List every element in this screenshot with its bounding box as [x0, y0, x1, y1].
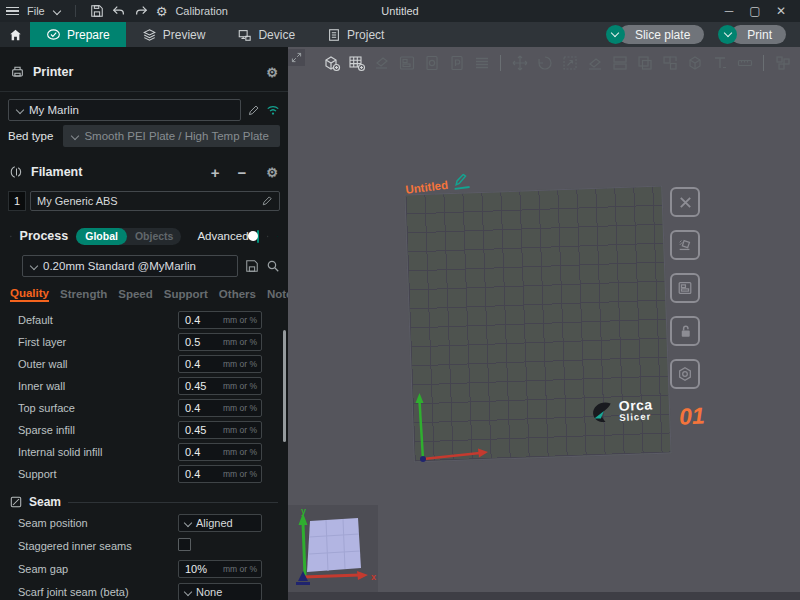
scope-global-button[interactable]: Global [76, 228, 127, 245]
param-list-icon[interactable] [267, 230, 268, 243]
staggered-seams-checkbox[interactable] [178, 538, 191, 551]
sidebar-scrollbar[interactable] [283, 330, 286, 442]
assembly-view-icon[interactable] [771, 51, 794, 74]
filament-icon [10, 165, 23, 179]
slice-plate-button[interactable]: Slice plate [619, 25, 704, 44]
plate-origin-axes [412, 387, 494, 467]
copy-icon[interactable] [420, 51, 443, 74]
printer-icon [10, 65, 25, 79]
tab-prepare[interactable]: Prepare [30, 22, 126, 47]
file-menu[interactable]: File [27, 5, 45, 17]
viewport-bottom-bar [288, 592, 800, 600]
tab-strength[interactable]: Strength [60, 288, 107, 300]
tab-preview[interactable]: Preview [126, 22, 222, 47]
save-icon[interactable] [90, 4, 104, 18]
lock-plate-button[interactable] [670, 316, 700, 346]
add-object-icon[interactable] [320, 51, 343, 74]
minimize-button[interactable]: ─ [716, 0, 742, 22]
home-icon [10, 29, 21, 40]
collapse-panel-button[interactable] [288, 49, 305, 66]
auto-orient-plate-button[interactable] [670, 230, 700, 260]
redo-icon[interactable] [134, 4, 148, 18]
seam-section-header[interactable]: Seam [0, 493, 288, 511]
tab-support[interactable]: Support [164, 288, 208, 300]
home-button[interactable] [0, 22, 30, 47]
tab-device[interactable]: Device [221, 22, 311, 47]
cut-icon[interactable] [608, 51, 631, 74]
param-input-first-layer[interactable]: 0.5mm or % [178, 333, 262, 351]
mesh-boolean-icon[interactable] [683, 51, 706, 74]
mini-axis-y-label: y [301, 506, 306, 516]
tab-others[interactable]: Others [219, 288, 256, 300]
param-input-outer-wall[interactable]: 0.4mm or % [178, 355, 262, 373]
wifi-icon[interactable] [266, 104, 280, 116]
delete-plate-button[interactable] [670, 187, 700, 217]
scope-objects-button[interactable]: Objects [127, 230, 182, 242]
param-input-top-surface[interactable]: 0.4mm or % [178, 399, 262, 417]
auto-orient-icon[interactable] [370, 51, 393, 74]
advanced-toggle[interactable] [257, 230, 260, 243]
param-input-internal-solid-infill[interactable]: 0.4mm or % [178, 443, 262, 461]
layers-icon[interactable] [470, 51, 493, 74]
edit-printer-icon[interactable] [247, 104, 260, 117]
tab-notes[interactable]: Notes [267, 288, 288, 300]
plate-number: 01 [678, 402, 705, 430]
scale-icon[interactable] [558, 51, 581, 74]
tab-quality[interactable]: Quality [10, 287, 49, 302]
search-icon[interactable] [266, 259, 280, 273]
printer-preset-select[interactable]: My Marlin [8, 99, 241, 121]
seam-gap-row: Seam gap 10%mm or % [0, 557, 288, 580]
tab-project[interactable]: Project [311, 22, 400, 47]
close-button[interactable]: ✕ [768, 0, 794, 22]
filament-preset-field[interactable]: My Generic ABS [30, 191, 280, 211]
print-button[interactable]: Print [731, 25, 786, 44]
calibration-icon[interactable]: ⚙ [156, 5, 168, 18]
arrange-icon[interactable] [395, 51, 418, 74]
add-filament-button[interactable]: + [211, 164, 220, 181]
printer-settings-icon[interactable]: ⚙ [266, 66, 278, 79]
file-chevron-down-icon[interactable] [53, 7, 61, 15]
slice-plate-combo: Slice plate [606, 25, 704, 44]
calibration-menu[interactable]: Calibration [175, 5, 228, 17]
bed-type-label: Bed type [8, 130, 53, 142]
move-icon[interactable] [508, 51, 531, 74]
add-plate-icon[interactable] [345, 51, 368, 74]
place-on-face-icon[interactable] [583, 51, 606, 74]
arrange-plate-button[interactable] [670, 273, 700, 303]
text-icon[interactable] [708, 51, 731, 74]
save-preset-icon[interactable] [245, 259, 259, 273]
plate-actions [670, 187, 700, 389]
clone-icon[interactable] [633, 51, 656, 74]
plate-settings-button[interactable] [670, 359, 700, 389]
prepare-icon [46, 28, 61, 41]
3d-viewport[interactable]: Untitled OrcaSlicer 01 y x [288, 47, 800, 600]
edit-plate-name-icon[interactable] [453, 173, 470, 190]
filament-section-header: Filament + − ⚙ [0, 159, 288, 185]
scarf-seam-select[interactable]: None [178, 583, 262, 600]
menu-icon[interactable] [6, 7, 19, 16]
advanced-label: Advanced [197, 230, 248, 242]
preset-compare-icon[interactable] [277, 230, 278, 243]
maximize-button[interactable]: ▢ [742, 0, 768, 22]
param-input-sparse-infill[interactable]: 0.45mm or % [178, 421, 262, 439]
param-input-support[interactable]: 0.4mm or % [178, 465, 262, 483]
undo-icon[interactable] [112, 4, 126, 18]
bed-type-select[interactable]: Smooth PEI Plate / High Temp Plate [63, 125, 280, 147]
param-input-default[interactable]: 0.4mm or % [178, 311, 262, 329]
paste-icon[interactable] [445, 51, 468, 74]
rotate-icon[interactable] [533, 51, 556, 74]
filament-settings-icon[interactable]: ⚙ [266, 166, 278, 179]
slice-options-chevron-icon[interactable] [606, 25, 625, 44]
seam-position-select[interactable]: Aligned [178, 514, 262, 532]
remove-filament-button[interactable]: − [238, 164, 247, 181]
tab-speed[interactable]: Speed [118, 288, 153, 300]
measure-icon[interactable] [733, 51, 756, 74]
param-list: Default0.4mm or % First layer0.5mm or % … [0, 309, 288, 485]
orca-icon [588, 398, 615, 425]
process-preset-select[interactable]: 0.20mm Standard @MyMarlin [22, 255, 238, 277]
seam-gap-input[interactable]: 10%mm or % [178, 560, 262, 578]
plate-thumbnail[interactable]: y x [288, 505, 378, 592]
param-input-inner-wall[interactable]: 0.45mm or % [178, 377, 262, 395]
project-icon [327, 28, 341, 42]
split-icon[interactable] [658, 51, 681, 74]
